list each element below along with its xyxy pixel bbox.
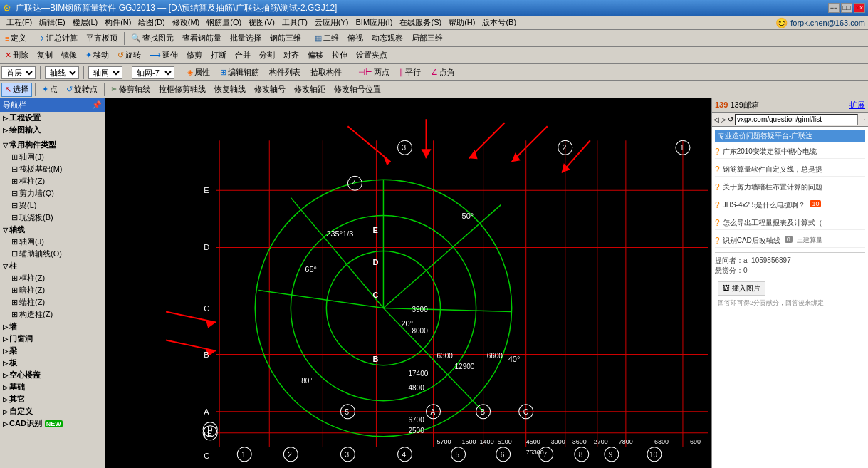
close-button[interactable]: × <box>854 3 865 13</box>
tb-set-grip[interactable]: 设置夹点 <box>352 48 391 63</box>
tb-stretch[interactable]: 拉伸 <box>328 48 351 63</box>
tb-copy[interactable]: 复制 <box>33 48 56 63</box>
tb-flat-top[interactable]: 平齐板顶 <box>83 31 121 46</box>
sidebar-item-column[interactable]: ▽ 柱 <box>0 260 105 272</box>
sidebar-item-aux-axis[interactable]: ⊟ 辅助轴线(O) <box>0 248 105 260</box>
menu-view[interactable]: 视图(V) <box>245 17 278 28</box>
sidebar-item-common-types[interactable]: ▽ 常用构件类型 <box>0 139 105 151</box>
menu-version[interactable]: 版本号(B) <box>479 17 520 28</box>
tb-extend[interactable]: ⟶ 延伸 <box>146 48 182 63</box>
sidebar-pin-icon[interactable]: 📌 <box>92 100 102 110</box>
menu-bim[interactable]: BIM应用(I) <box>352 17 397 28</box>
cad-canvas[interactable]: 235°1/3 65° 50° 40° 20° 80° E D C B E D … <box>105 98 711 468</box>
sidebar-item-others[interactable]: ▷ 其它 <box>0 393 105 405</box>
tb-calculate[interactable]: Σ 汇总计算 <box>36 31 81 46</box>
axis-name-select[interactable]: 轴网-7 <box>132 66 174 79</box>
menu-component[interactable]: 构件(N) <box>101 17 135 28</box>
menu-tools[interactable]: 工具(T) <box>278 17 311 28</box>
tb-merge[interactable]: 合并 <box>231 48 254 63</box>
qa-item-1[interactable]: ? 广东2010安装定额中砌心电缆 <box>715 145 865 159</box>
tb-comp-list[interactable]: 构件列表 <box>266 66 304 80</box>
canvas-area[interactable]: 235°1/3 65° 50° 40° 20° 80° E D C B E D … <box>105 98 711 468</box>
sidebar-item-gjz[interactable]: ⊞ 构造柱(Z) <box>0 308 105 321</box>
tb-edit-rebar[interactable]: ⊞ 编辑钢筋 <box>216 66 263 80</box>
tb-offset[interactable]: 偏移 <box>304 48 327 63</box>
tb-modify-axis-dist[interactable]: 修改轴距 <box>291 83 329 97</box>
sidebar-item-axis-grid[interactable]: ⊞ 轴网(J) <box>0 236 105 248</box>
menu-help[interactable]: 帮助(H) <box>445 17 479 28</box>
menu-modify[interactable]: 修改(M) <box>169 17 204 28</box>
tb-rebar-3d[interactable]: 钢筋三维 <box>266 31 305 46</box>
tb-restore-axis[interactable]: 恢复轴线 <box>211 83 249 97</box>
sidebar-item-frame-col[interactable]: ⊞ 框柱(Z) <box>0 175 105 187</box>
expand-btn[interactable]: 扩展 <box>849 100 865 110</box>
tb-rotate-point[interactable]: ↺ 旋转点 <box>63 83 101 97</box>
tb-local-3d[interactable]: 局部三维 <box>408 31 446 46</box>
tb-mirror[interactable]: 镜像 <box>58 48 80 63</box>
tb-break[interactable]: 打断 <box>207 48 230 63</box>
tb-rotate[interactable]: ↺ 旋转 <box>114 48 145 63</box>
go-icon[interactable]: → <box>859 115 867 123</box>
maximize-button[interactable]: □ <box>841 3 852 13</box>
sidebar-item-slab[interactable]: ⊟ 现浇板(B) <box>0 212 105 224</box>
sidebar-item-custom[interactable]: ▷ 自定义 <box>0 405 105 417</box>
tb-trim[interactable]: 修剪 <box>183 48 206 63</box>
menu-cloud[interactable]: 云应用(Y) <box>311 17 352 28</box>
sidebar-item-hollow-floor[interactable]: ▷ 空心楼盖 <box>0 369 105 381</box>
sidebar-item-kz[interactable]: ⊞ 框柱(Z) <box>0 272 105 284</box>
tb-align[interactable]: 对齐 <box>280 48 303 63</box>
tb-move[interactable]: ✦ 移动 <box>82 48 113 63</box>
sidebar-item-slabs[interactable]: ▷ 板 <box>0 357 105 369</box>
qa-item-4[interactable]: ? JHS-4x2.5是什么电缆啊？ 10 <box>715 199 865 212</box>
back-icon[interactable]: ◁ <box>713 115 719 123</box>
qa-item-2[interactable]: ? 钢筋算量软件自定义线，总是提 <box>715 163 865 177</box>
tb-point-tool[interactable]: ✦ 点 <box>38 83 61 97</box>
sidebar-item-wall[interactable]: ▷ 墙 <box>0 321 105 333</box>
tb-parallel[interactable]: ∥ 平行 <box>396 66 424 80</box>
sidebar-item-axis[interactable]: ▽ 轴线 <box>0 224 105 236</box>
tb-point-angle[interactable]: ∠ 点角 <box>427 66 459 80</box>
axis-grid-select[interactable]: 轴网 <box>88 66 122 79</box>
tb-define[interactable]: ≡ 定义 <box>1 31 30 46</box>
sidebar-item-drawing[interactable]: ▷ 绘图输入 <box>0 124 105 136</box>
forward-icon[interactable]: ▷ <box>721 115 726 123</box>
tb-trim-axis[interactable]: ✂ 修剪轴线 <box>108 83 154 97</box>
sidebar-item-cad[interactable]: ▷ CAD识别 NEW <box>0 417 105 430</box>
tb-box-trim-axis[interactable]: 拉框修剪轴线 <box>155 83 209 97</box>
tb-dynamic[interactable]: 动态观察 <box>368 31 407 46</box>
tb-modify-axis-pos[interactable]: 修改轴号位置 <box>330 83 385 97</box>
tb-batch-select[interactable]: 批量选择 <box>226 31 265 46</box>
sidebar-item-foundation[interactable]: ▷ 基础 <box>0 381 105 393</box>
tb-view-rebar[interactable]: 查看钢筋量 <box>179 31 225 46</box>
refresh-icon[interactable]: ↺ <box>728 115 733 123</box>
sidebar-item-az[interactable]: ⊞ 暗柱(Z) <box>0 284 105 296</box>
axis-type-select[interactable]: 轴线 <box>45 66 79 79</box>
tb-delete[interactable]: ✕ 删除 <box>1 48 32 63</box>
browser-url-input[interactable] <box>735 114 858 125</box>
sidebar-item-raft-foundation[interactable]: ⊟ 筏板基础(M) <box>0 163 105 175</box>
menu-floor[interactable]: 楼层(L) <box>69 17 101 28</box>
qa-item-6[interactable]: ? 识别CAD后改轴线 0 土建算量 <box>715 234 865 248</box>
menu-file[interactable]: 工程(F) <box>3 17 36 28</box>
tb-modify-axis-num[interactable]: 修改轴号 <box>251 83 289 97</box>
tb-top-view[interactable]: 俯视 <box>344 31 367 46</box>
minimize-button[interactable]: − <box>828 3 840 13</box>
tb-two-points[interactable]: ⊣⊢ 两点 <box>355 66 393 80</box>
floor-select[interactable]: 首层 <box>1 66 36 79</box>
qa-item-3[interactable]: ? 关于剪力墙暗柱布置计算的问题 <box>715 181 865 194</box>
menu-edit[interactable]: 编辑(E) <box>36 17 69 28</box>
menu-rebar[interactable]: 钢筋量(Q) <box>203 17 245 28</box>
tb-find-element[interactable]: 🔍 查找图元 <box>127 31 177 46</box>
insert-img-btn[interactable]: 🖼 插入图片 <box>718 281 765 296</box>
sidebar-item-beam[interactable]: ⊟ 梁(L) <box>0 199 105 212</box>
sidebar-item-shear-wall[interactable]: ⊟ 剪力墙(Q) <box>0 187 105 199</box>
sidebar-item-engineering[interactable]: ▷ 工程设置 <box>0 112 105 124</box>
tb-property[interactable]: ◈ 属性 <box>184 66 214 80</box>
tb-pick-comp[interactable]: 拾取构件 <box>307 66 345 80</box>
qa-item-5[interactable]: ? 怎么导出工程量报表及计算式（ <box>715 217 865 230</box>
sidebar-item-door-window[interactable]: ▷ 门窗洞 <box>0 333 105 345</box>
tb-split[interactable]: 分割 <box>256 48 278 63</box>
menu-draw[interactable]: 绘图(D) <box>135 17 168 28</box>
tb-2d[interactable]: ▦ 二维 <box>311 31 343 46</box>
sidebar-item-beams[interactable]: ▷ 梁 <box>0 345 105 357</box>
